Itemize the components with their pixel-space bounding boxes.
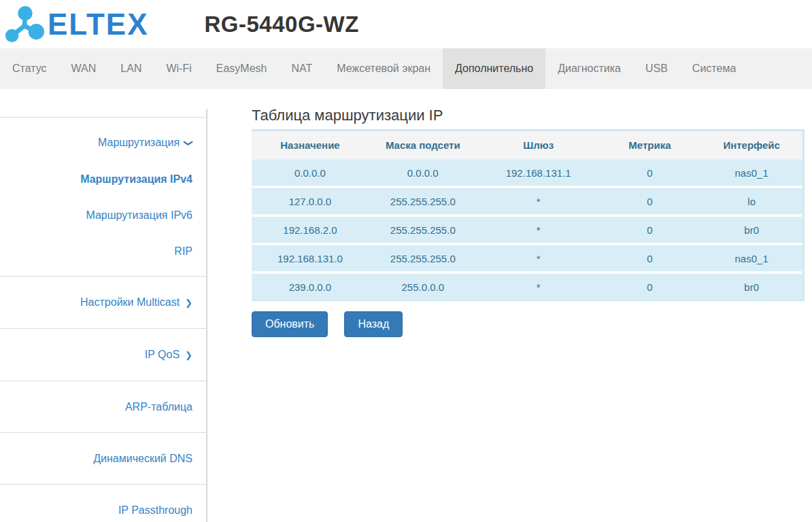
table-cell: 255.255.255.0 (368, 215, 478, 244)
sidebar-section: IP Passthrough (0, 484, 206, 522)
table-cell: lo (700, 187, 802, 215)
button-row: Обновить Назад (252, 311, 805, 337)
table-cell: 192.168.131.0 (252, 244, 368, 273)
logo-text: ELTEX (48, 10, 149, 39)
sidebar-item-ip-passthrough[interactable]: IP Passthrough (0, 492, 206, 522)
table-cell: br0 (700, 215, 802, 244)
tab-usb[interactable]: USB (633, 48, 680, 89)
table-cell: nas0_1 (700, 244, 802, 273)
sidebar-item-dynamic-dns[interactable]: Динамический DNS (0, 440, 206, 476)
top-header: ELTEX RG-5440G-WZ (0, 0, 812, 48)
sidebar-item-label: IP QoS (145, 349, 180, 360)
tab-system[interactable]: Система (680, 48, 748, 89)
main-content: Таблица маршрутизации IP НазначениеМаска… (207, 89, 812, 522)
routing-table-wrapper: НазначениеМаска подсетиШлюзМетрикаИнтерф… (252, 129, 805, 301)
eltex-logo: ELTEX (5, 5, 149, 44)
table-row: 239.0.0.0255.0.0.0*0br0 (252, 273, 802, 300)
sidebar-section: Динамический DNS (0, 432, 206, 484)
sidebar-item-label: IP Passthrough (118, 504, 192, 516)
refresh-button[interactable]: Обновить (252, 311, 328, 337)
sidebar-section: МаршрутизацияМаршрутизация IPv4Маршрутиз… (0, 117, 206, 276)
sidebar-item-rip[interactable]: RIP (0, 233, 206, 269)
column-header: Назначение (252, 131, 368, 159)
routing-table: НазначениеМаска подсетиШлюзМетрикаИнтерф… (252, 131, 802, 300)
tab-diagnostics[interactable]: Диагностика (545, 48, 633, 89)
sidebar-item-arp-table[interactable]: ARP-таблица (0, 389, 206, 425)
column-header: Метрика (599, 131, 701, 159)
table-row: 192.168.131.0255.255.255.0*0nas0_1 (252, 244, 802, 273)
sidebar-item-label: Настройки Multicast (80, 296, 180, 308)
sidebar-item-ip-qos[interactable]: IP QoS (0, 336, 206, 373)
main-nav: СтатусWANLANWi-FiEasyMeshNATМежсетевой э… (0, 48, 812, 89)
table-cell: 0.0.0.0 (368, 159, 478, 187)
chevron-down-icon (185, 137, 192, 150)
sidebar-item-label: ARP-таблица (125, 401, 192, 413)
table-cell: 192.168.2.0 (252, 215, 368, 244)
table-cell: 0 (599, 187, 701, 215)
tab-wifi[interactable]: Wi-Fi (154, 48, 203, 89)
table-cell: br0 (700, 273, 802, 300)
sidebar-item-routing-ipv6[interactable]: Маршрутизация IPv6 (0, 197, 206, 233)
column-header: Маска подсети (368, 131, 478, 159)
column-header: Интерфейс (700, 131, 802, 159)
column-header: Шлюз (478, 131, 599, 159)
page-heading: Таблица маршрутизации IP (252, 107, 805, 124)
page-body: МаршрутизацияМаршрутизация IPv4Маршрутиз… (0, 89, 812, 522)
sidebar: МаршрутизацияМаршрутизация IPv4Маршрутиз… (0, 109, 207, 522)
table-header-row: НазначениеМаска подсетиШлюзМетрикаИнтерф… (252, 131, 802, 159)
table-cell: 255.255.255.0 (368, 187, 478, 215)
table-cell: 255.0.0.0 (368, 273, 478, 300)
table-cell: 0 (599, 273, 701, 300)
chevron-right-icon (185, 349, 192, 362)
table-cell: 127.0.0.0 (252, 187, 368, 215)
table-row: 127.0.0.0255.255.255.0*0lo (252, 187, 802, 215)
table-cell: 0 (599, 159, 701, 187)
tab-lan[interactable]: LAN (108, 48, 154, 89)
table-cell: 0 (599, 244, 701, 273)
table-cell: * (478, 244, 599, 273)
sidebar-item-label: Маршрутизация IPv6 (86, 209, 192, 221)
device-title: RG-5440G-WZ (205, 12, 359, 37)
tab-nat[interactable]: NAT (279, 48, 324, 89)
table-row: 192.168.2.0255.255.255.0*0br0 (252, 215, 802, 244)
table-cell: 255.255.255.0 (368, 244, 478, 273)
table-cell: * (478, 273, 599, 300)
sidebar-item-label: RIP (174, 245, 192, 257)
tab-status[interactable]: Статус (0, 48, 59, 89)
sidebar-section: ARP-таблица (0, 381, 206, 432)
sidebar-item-routing-ipv4[interactable]: Маршрутизация IPv4 (0, 161, 206, 197)
table-cell: 192.168.131.1 (478, 159, 599, 187)
sidebar-section: Настройки Multicast (0, 276, 206, 328)
sidebar-item-multicast-settings[interactable]: Настройки Multicast (0, 284, 206, 321)
tab-firewall[interactable]: Межсетевой экран (324, 48, 443, 89)
table-cell: * (478, 215, 599, 244)
table-cell: * (478, 187, 599, 215)
sidebar-item-routing[interactable]: Маршрутизация (0, 124, 206, 161)
back-button[interactable]: Назад (344, 311, 403, 337)
eltex-molecule-icon (5, 5, 44, 44)
tab-wan[interactable]: WAN (59, 48, 109, 89)
table-cell: 239.0.0.0 (252, 273, 368, 300)
sidebar-item-label: Маршрутизация (98, 137, 180, 148)
table-cell: nas0_1 (700, 159, 802, 187)
chevron-right-icon (185, 296, 192, 309)
table-cell: 0 (599, 215, 701, 244)
tab-easymesh[interactable]: EasyMesh (204, 48, 280, 89)
sidebar-item-label: Маршрутизация IPv4 (80, 173, 192, 185)
tab-advanced[interactable]: Дополнительно (443, 48, 545, 89)
table-cell: 0.0.0.0 (252, 159, 368, 187)
sidebar-section: IP QoS (0, 328, 206, 381)
sidebar-item-label: Динамический DNS (93, 453, 192, 464)
table-row: 0.0.0.00.0.0.0192.168.131.10nas0_1 (252, 159, 802, 187)
